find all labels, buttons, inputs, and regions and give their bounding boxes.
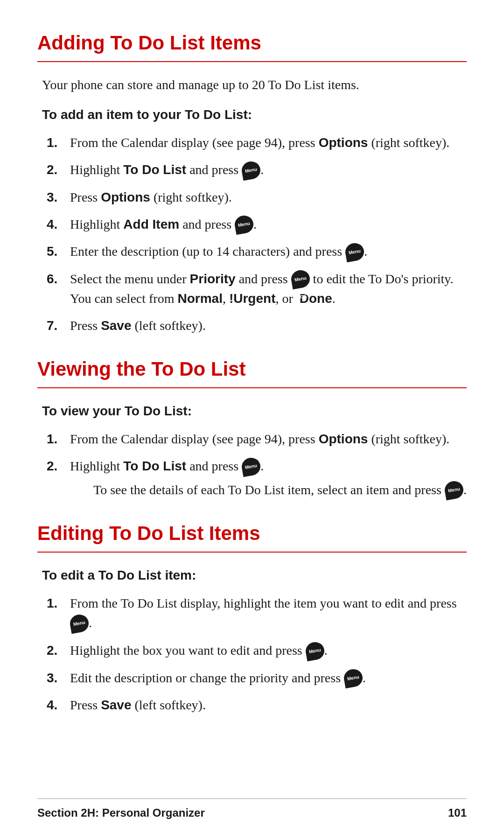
options-bold: Options <box>319 432 368 446</box>
list-item: 4. Highlight Add Item and press MenuOK. <box>47 215 467 235</box>
list-item: 7. Press Save (left softkey). <box>47 316 467 336</box>
options-bold: Options <box>101 190 150 204</box>
step-number: 2. <box>47 160 70 180</box>
page-footer: Section 2H: Personal Organizer 101 <box>37 798 467 821</box>
step-content: Highlight Add Item and press MenuOK. <box>70 215 467 235</box>
section-viewing-list: 1. From the Calendar display (see page 9… <box>47 429 467 500</box>
footer-section-label: Section 2H: Personal Organizer <box>37 805 205 821</box>
section-editing-list: 1. From the To Do List display, highligh… <box>47 594 467 715</box>
step-content: From the Calendar display (see page 94),… <box>70 133 467 153</box>
menu-ok-button-icon: MenuOK <box>443 480 465 500</box>
step-content: Press Save (left softkey). <box>70 695 467 715</box>
todolist-bold: To Do List <box>123 162 186 177</box>
list-item: 4. Press Save (left softkey). <box>47 695 467 715</box>
step-number: 4. <box>47 215 70 234</box>
step-number: 2. <box>47 641 70 660</box>
footer-page-number: 101 <box>448 805 467 821</box>
step-content: Press Save (left softkey). <box>70 316 467 336</box>
menu-ok-button-icon: MenuOK <box>290 269 311 289</box>
section-adding-subheading: To add an item to your To Do List: <box>42 105 467 125</box>
list-item: 1. From the Calendar display (see page 9… <box>47 429 467 449</box>
step-content: From the To Do List display, highlight t… <box>70 594 467 633</box>
step-content: Highlight To Do List and press MenuOK. <box>70 160 467 180</box>
list-item: 5. Enter the description (up to 14 chara… <box>47 242 467 262</box>
section-editing-title: Editing To Do List Items <box>37 518 467 553</box>
step-number: 2. <box>47 456 70 476</box>
todolist-bold: To Do List <box>123 459 186 473</box>
additem-bold: Add Item <box>123 217 179 231</box>
list-item: 2. Highlight To Do List and press MenuOK… <box>47 160 467 180</box>
list-item: 6. Select the menu under Priority and pr… <box>47 269 467 309</box>
options-bold: Options <box>319 135 368 150</box>
list-item: 2. Highlight the box you want to edit an… <box>47 641 467 661</box>
menu-ok-button-icon: MenuOK <box>304 640 326 661</box>
step-content: Select the menu under Priority and press… <box>70 269 467 309</box>
step-number: 3. <box>47 188 70 207</box>
menu-ok-button-icon: MenuOK <box>240 456 262 477</box>
step-content: From the Calendar display (see page 94),… <box>70 429 467 449</box>
section-adding-list: 1. From the Calendar display (see page 9… <box>47 133 467 336</box>
section-viewing-title: Viewing the To Do List <box>37 354 467 388</box>
list-item: 2. Highlight To Do List and press MenuOK… <box>47 456 467 500</box>
step-number: 1. <box>47 133 70 153</box>
step-number: 4. <box>47 695 70 715</box>
section-editing: Editing To Do List Items To edit a To Do… <box>37 518 467 715</box>
step-number: 7. <box>47 316 70 336</box>
menu-ok-button-icon: MenuOK <box>343 668 364 688</box>
normal-bold: Normal <box>177 291 222 306</box>
section-viewing: Viewing the To Do List To view your To D… <box>37 354 467 500</box>
step-content: Highlight To Do List and press MenuOK. T… <box>70 456 467 500</box>
step-number: 5. <box>47 242 70 261</box>
section-editing-subheading: To edit a To Do List item: <box>42 566 467 585</box>
list-item: 1. From the Calendar display (see page 9… <box>47 133 467 153</box>
step-number: 6. <box>47 269 70 289</box>
menu-ok-button-icon: MenuOK <box>69 613 90 634</box>
section-viewing-subheading: To view your To Do List: <box>42 401 467 421</box>
step-content: Enter the description (up to 14 characte… <box>70 242 467 262</box>
list-item: 1. From the To Do List display, highligh… <box>47 594 467 633</box>
priority-bold: Priority <box>190 272 236 286</box>
section-adding: Adding To Do List Items Your phone can s… <box>37 28 467 336</box>
menu-ok-button-icon: MenuOK <box>344 242 365 262</box>
section-adding-title: Adding To Do List Items <box>37 28 467 62</box>
section-adding-intro: Your phone can store and manage up to 20… <box>42 75 467 95</box>
save-bold: Save <box>101 318 131 333</box>
step-number: 1. <box>47 594 70 613</box>
sub-note: To see the details of each To Do List it… <box>93 480 467 500</box>
step-content: Edit the description or change the prior… <box>70 668 467 688</box>
menu-ok-button-icon: MenuOK <box>233 214 255 235</box>
urgent-bold: !Urgent <box>229 291 276 306</box>
save-bold: Save <box>101 698 131 712</box>
step-number: 3. <box>47 668 70 688</box>
list-item: 3. Edit the description or change the pr… <box>47 668 467 688</box>
step-content: Highlight the box you want to edit and p… <box>70 641 467 661</box>
step-content: Press Options (right softkey). <box>70 188 467 207</box>
menu-ok-button-icon: MenuOK <box>240 160 262 180</box>
step-number: 1. <box>47 429 70 449</box>
